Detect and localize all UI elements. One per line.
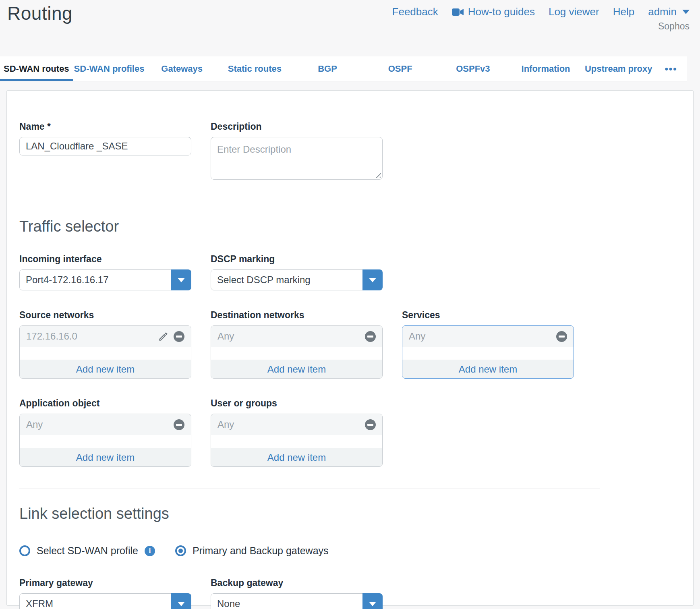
section-divider <box>19 200 600 200</box>
dscp-marking-value: Select DSCP marking <box>211 274 362 286</box>
listbox-empty-area <box>402 347 574 360</box>
description-input[interactable] <box>211 137 383 180</box>
help-link[interactable]: Help <box>613 6 634 18</box>
services-add-button[interactable]: Add new item <box>402 360 574 378</box>
video-camera-icon <box>452 8 464 17</box>
source-networks-add-button[interactable]: Add new item <box>20 360 191 378</box>
radio-select-sdwan-profile-label: Select SD-WAN profile <box>37 545 138 557</box>
source-networks-label: Source networks <box>19 310 191 321</box>
admin-menu[interactable]: admin <box>648 6 690 18</box>
destination-networks-label: Destination networks <box>211 310 383 321</box>
list-item: Any <box>20 414 191 435</box>
tab-upstream-proxy[interactable]: Upstream proxy <box>582 56 655 81</box>
traffic-selector-heading: Traffic selector <box>19 218 681 235</box>
user-or-groups-label: User or groups <box>211 398 383 409</box>
tab-sdwan-profiles[interactable]: SD-WAN profiles <box>73 56 146 81</box>
tab-ospf[interactable]: OSPF <box>364 56 437 81</box>
application-object-label: Application object <box>19 398 191 409</box>
chevron-down-icon <box>369 602 376 606</box>
name-input[interactable] <box>19 137 191 155</box>
services-label: Services <box>402 310 574 321</box>
chevron-down-icon <box>369 278 376 282</box>
page-title: Routing <box>7 2 72 24</box>
user-or-groups-value: Any <box>217 419 234 430</box>
edit-icon[interactable] <box>158 331 169 342</box>
feedback-link[interactable]: Feedback <box>392 6 438 18</box>
list-item: Any <box>211 414 382 435</box>
link-selection-radios: Select SD-WAN profile i Primary and Back… <box>19 545 681 557</box>
brand-label: Sophos <box>658 21 690 32</box>
remove-item-icon[interactable] <box>174 419 184 430</box>
list-item: Any <box>211 326 382 347</box>
radio-primary-backup-gateways-label: Primary and Backup gateways <box>193 545 329 557</box>
services-listbox: Any Add new item <box>402 325 574 379</box>
radio-select-sdwan-profile[interactable] <box>19 545 30 556</box>
incoming-interface-dropdown-button[interactable] <box>171 269 191 290</box>
listbox-empty-area <box>20 435 191 448</box>
chevron-down-icon <box>178 602 185 606</box>
link-selection-heading: Link selection settings <box>19 505 681 522</box>
application-object-add-button[interactable]: Add new item <box>20 448 191 466</box>
howto-guides-link[interactable]: How-to guides <box>452 6 535 18</box>
listbox-empty-area <box>20 347 191 360</box>
backup-gateway-value: None <box>211 598 362 609</box>
sdwan-route-form: Name * Description Traffic selector Inco… <box>6 90 694 606</box>
tab-information[interactable]: Information <box>509 56 582 81</box>
application-object-value: Any <box>26 419 43 430</box>
dscp-marking-select[interactable]: Select DSCP marking <box>211 269 383 290</box>
routing-page: Routing Feedback How-to guides Log viewe… <box>0 0 700 609</box>
tab-static-routes[interactable]: Static routes <box>218 56 291 81</box>
tabs-overflow-button[interactable]: ••• <box>655 56 687 81</box>
chevron-down-icon <box>682 10 690 14</box>
tab-gateways[interactable]: Gateways <box>145 56 218 81</box>
dscp-marking-label: DSCP marking <box>211 254 383 265</box>
dscp-marking-dropdown-button[interactable] <box>362 269 383 290</box>
section-divider <box>19 489 600 489</box>
description-label: Description <box>211 121 383 132</box>
info-icon[interactable]: i <box>145 546 155 556</box>
remove-item-icon[interactable] <box>174 331 184 342</box>
source-networks-listbox: 172.16.16.0 Add new item <box>19 325 191 379</box>
service-value: Any <box>409 331 425 342</box>
remove-item-icon[interactable] <box>365 419 376 430</box>
tab-sdwan-routes[interactable]: SD-WAN routes <box>0 56 73 81</box>
primary-gateway-select[interactable]: XFRM <box>19 593 191 609</box>
primary-gateway-dropdown-button[interactable] <box>171 593 191 609</box>
name-label: Name * <box>19 121 191 132</box>
backup-gateway-label: Backup gateway <box>211 578 383 588</box>
destination-networks-add-button[interactable]: Add new item <box>211 360 382 378</box>
listbox-empty-area <box>211 347 382 360</box>
list-item: Any <box>402 326 574 347</box>
top-header: Routing Feedback How-to guides Log viewe… <box>0 0 700 56</box>
remove-item-icon[interactable] <box>556 331 567 342</box>
required-asterisk: * <box>47 121 51 132</box>
log-viewer-link[interactable]: Log viewer <box>549 6 599 18</box>
incoming-interface-label: Incoming interface <box>19 254 191 265</box>
routing-tabbar: SD-WAN routes SD-WAN profiles Gateways S… <box>0 56 687 81</box>
user-or-groups-listbox: Any Add new item <box>211 414 383 467</box>
chevron-down-icon <box>178 278 185 282</box>
backup-gateway-dropdown-button[interactable] <box>362 593 383 609</box>
incoming-interface-value: Port4-172.16.16.17 <box>20 274 171 286</box>
listbox-empty-area <box>211 435 382 448</box>
primary-gateway-label: Primary gateway <box>19 578 191 588</box>
backup-gateway-select[interactable]: None <box>211 593 383 609</box>
user-or-groups-add-button[interactable]: Add new item <box>211 448 382 466</box>
destination-network-value: Any <box>217 331 234 342</box>
primary-gateway-value: XFRM <box>20 598 171 609</box>
incoming-interface-select[interactable]: Port4-172.16.16.17 <box>19 269 191 290</box>
remove-item-icon[interactable] <box>365 331 376 342</box>
tab-bgp[interactable]: BGP <box>291 56 364 81</box>
application-object-listbox: Any Add new item <box>19 414 191 467</box>
source-network-value: 172.16.16.0 <box>26 331 77 342</box>
list-item: 172.16.16.0 <box>20 326 191 347</box>
destination-networks-listbox: Any Add new item <box>211 325 383 379</box>
tab-ospfv3[interactable]: OSPFv3 <box>437 56 509 81</box>
radio-primary-backup-gateways[interactable] <box>175 545 186 556</box>
header-links: Feedback How-to guides Log viewer Help a… <box>392 6 690 18</box>
